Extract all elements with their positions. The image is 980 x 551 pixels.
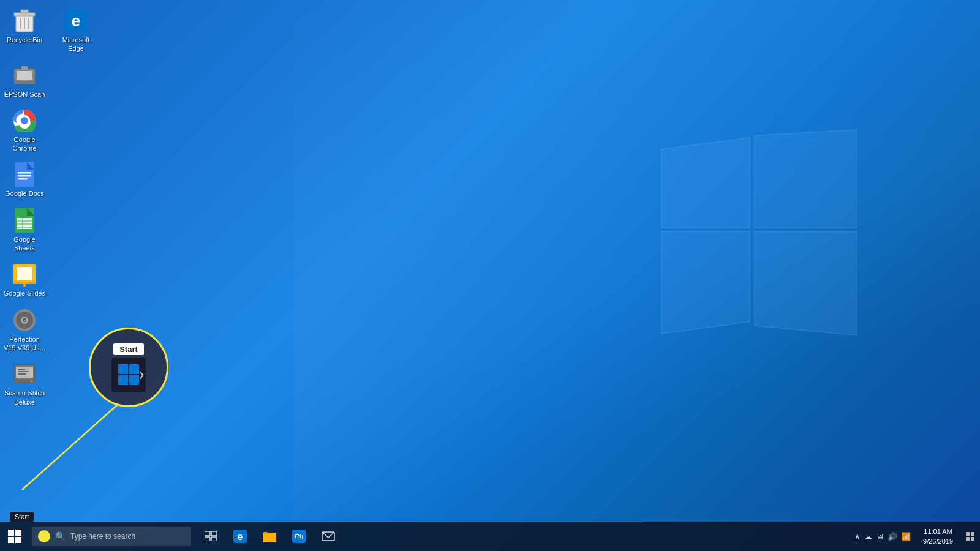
background-effect <box>294 0 980 551</box>
recycle-bin-label: Recycle Bin <box>7 36 42 44</box>
scan-stitch-icon[interactable]: Scan-n-Stitch Deluxe <box>0 358 49 410</box>
svg-text:e: e <box>238 531 243 542</box>
svg-rect-67 <box>966 532 970 536</box>
search-placeholder: Type here to search <box>70 532 135 541</box>
svg-marker-1 <box>755 130 858 228</box>
svg-rect-55 <box>15 537 21 543</box>
start-button[interactable] <box>0 522 29 551</box>
desktop: Recycle Bin e Microsoft Edge <box>0 0 980 551</box>
svg-text:e: e <box>72 12 80 30</box>
docs-label: Google Docs <box>5 189 44 198</box>
svg-line-47 <box>22 404 118 490</box>
perfection-image <box>12 308 37 332</box>
epson-label: EPSON Scan <box>4 90 45 99</box>
svg-rect-70 <box>971 537 974 541</box>
svg-point-39 <box>24 320 25 321</box>
svg-point-19 <box>21 117 28 124</box>
system-tray[interactable]: ∧ ☁ 🖥 🔊 📶 <box>850 522 916 551</box>
svg-marker-2 <box>662 231 750 333</box>
svg-rect-45 <box>18 371 29 372</box>
svg-rect-56 <box>205 531 210 536</box>
task-view-button[interactable] <box>196 522 225 551</box>
zoomed-start-button: ❯ <box>111 358 146 392</box>
taskbar: Start 🔍 Type here to search <box>0 522 980 551</box>
zoom-arrow: ❯ <box>138 370 145 379</box>
google-chrome-icon[interactable]: Google Chrome <box>0 105 49 157</box>
svg-rect-50 <box>118 375 128 385</box>
svg-point-43 <box>30 380 32 383</box>
sheets-label: Google Sheets <box>2 235 47 253</box>
slides-image <box>12 262 37 287</box>
svg-rect-31 <box>17 267 32 280</box>
google-docs-icon[interactable]: Google Docs <box>0 159 49 201</box>
edge-label: Microsoft Edge <box>54 36 98 53</box>
start-tooltip: Start <box>10 512 34 522</box>
svg-rect-13 <box>17 71 32 80</box>
svg-point-15 <box>30 81 32 84</box>
svg-rect-48 <box>118 364 128 374</box>
volume-icon: 🔊 <box>888 532 897 541</box>
svg-rect-54 <box>8 537 14 543</box>
scanstitch-label: Scan-n-Stitch Deluxe <box>2 389 47 407</box>
docs-image <box>12 162 37 187</box>
svg-rect-52 <box>8 530 14 536</box>
svg-rect-58 <box>205 537 210 541</box>
edge-image: e <box>64 9 88 33</box>
svg-rect-20 <box>15 162 34 187</box>
svg-rect-69 <box>966 537 970 541</box>
slides-label: Google Slides <box>4 289 46 298</box>
svg-text:🛍: 🛍 <box>295 531 303 541</box>
perfection-label: Perfection V19 V39 Us... <box>2 335 47 353</box>
screen-icon: 🖥 <box>876 532 884 541</box>
taskbar-right-area: ∧ ☁ 🖥 🔊 📶 11:01 AM 9/26/2019 <box>850 522 980 551</box>
taskbar-pinned-icons: e 🛍 <box>196 522 343 551</box>
network-icon: 📶 <box>901 532 911 541</box>
epson-image <box>12 63 37 88</box>
scanstitch-image <box>12 362 37 386</box>
epson-scan-icon[interactable]: EPSON Scan <box>0 59 49 102</box>
search-icon: 🔍 <box>55 531 66 541</box>
taskbar-search[interactable]: 🔍 Type here to search <box>32 527 191 546</box>
svg-rect-59 <box>211 537 217 541</box>
zoom-start-label: Start <box>113 343 144 355</box>
sheets-image <box>12 208 37 233</box>
svg-rect-23 <box>18 178 28 180</box>
svg-rect-68 <box>971 532 974 536</box>
desktop-icon-area: Recycle Bin e Microsoft Edge <box>0 0 100 415</box>
svg-rect-34 <box>23 284 26 287</box>
cloud-icon: ☁ <box>864 532 872 541</box>
google-sheets-icon[interactable]: Google Sheets <box>0 204 49 257</box>
svg-rect-44 <box>18 369 25 370</box>
svg-rect-16 <box>21 66 28 70</box>
microsoft-edge-icon[interactable]: e Microsoft Edge <box>51 5 100 57</box>
recycle-bin-image <box>12 9 37 33</box>
svg-rect-49 <box>129 364 139 374</box>
zoom-annotation: Start ❯ <box>89 328 168 407</box>
recycle-bin-icon[interactable]: Recycle Bin <box>0 5 49 57</box>
chrome-image <box>12 108 37 133</box>
google-slides-icon[interactable]: Google Slides <box>0 258 49 301</box>
svg-marker-0 <box>662 138 750 228</box>
windows-logo <box>662 110 858 355</box>
taskbar-store-button[interactable]: 🛍 <box>284 522 314 551</box>
chevron-up-icon: ∧ <box>854 532 861 541</box>
chrome-label: Google Chrome <box>2 135 47 153</box>
svg-rect-53 <box>15 530 21 536</box>
svg-marker-3 <box>755 231 858 335</box>
svg-rect-63 <box>263 533 269 534</box>
svg-rect-51 <box>129 375 139 385</box>
svg-rect-46 <box>18 373 26 375</box>
svg-rect-57 <box>211 531 217 536</box>
perfection-icon[interactable]: Perfection V19 V39 Us... <box>0 304 49 356</box>
taskbar-mail-button[interactable] <box>314 522 343 551</box>
notification-button[interactable] <box>960 522 980 551</box>
svg-rect-22 <box>18 175 31 177</box>
system-clock[interactable]: 11:01 AM 9/26/2019 <box>916 522 960 551</box>
taskbar-explorer-button[interactable] <box>255 522 284 551</box>
clock-date: 9/26/2019 <box>923 536 953 547</box>
taskbar-edge-button[interactable]: e <box>225 522 255 551</box>
clock-time: 11:01 AM <box>924 527 952 537</box>
svg-rect-6 <box>21 10 28 13</box>
svg-rect-21 <box>18 172 31 174</box>
